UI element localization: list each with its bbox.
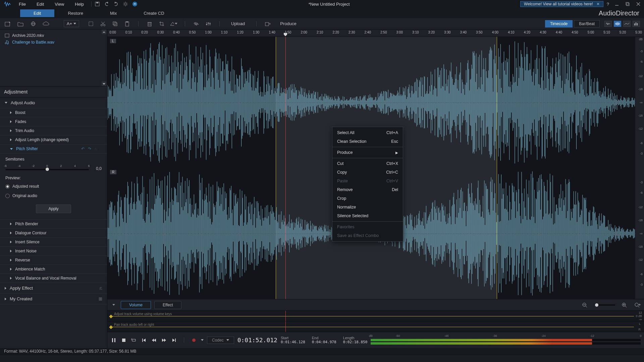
cm-normalize[interactable]: Normalize <box>332 203 403 212</box>
upload-button[interactable]: Upload <box>227 20 249 27</box>
cm-copy[interactable]: CopyCtrl+C <box>332 168 403 177</box>
sub-insert-silence[interactable]: Insert Silence <box>0 238 107 247</box>
file-item-audio[interactable]: Challenge to Battle.wav <box>3 39 104 46</box>
record-button[interactable] <box>191 337 197 343</box>
reset-icon[interactable]: ⎌ <box>100 286 102 291</box>
cm-produce[interactable]: Produce▶ <box>332 148 403 157</box>
select-tool-icon[interactable] <box>87 20 95 27</box>
import-media-icon[interactable] <box>4 20 11 27</box>
lane-menu-icon[interactable] <box>110 301 117 309</box>
codec-dropdown[interactable]: Codec <box>207 337 234 344</box>
my-created-section[interactable]: My Created⊞ <box>0 294 107 304</box>
zoom-in-h-icon[interactable] <box>622 303 628 307</box>
sub-pitch-bender[interactable]: Pitch Bender <box>0 220 107 229</box>
sub-ambience-match[interactable]: Ambience Match <box>0 265 107 274</box>
apply-effect-section[interactable]: Apply Effect⎌ <box>0 283 107 294</box>
add-icon[interactable]: ⊞ <box>99 296 102 301</box>
pause-button[interactable] <box>111 337 117 343</box>
fade-tool-icon[interactable] <box>170 20 177 27</box>
stop-button[interactable] <box>121 337 127 343</box>
view-bars-icon[interactable] <box>633 21 640 27</box>
radio-original-audio[interactable]: Original audio <box>5 192 102 199</box>
pan-key[interactable] <box>109 325 113 329</box>
welcome-close-icon[interactable]: ✕ <box>596 2 600 6</box>
apply-button[interactable]: Apply <box>36 204 71 213</box>
cut-tool-icon[interactable] <box>99 20 107 27</box>
radio-adjusted-result[interactable]: Adjusted result <box>5 183 102 190</box>
record-dropdown[interactable] <box>201 339 204 341</box>
cloud-badge-icon[interactable] <box>132 1 138 7</box>
save-icon[interactable] <box>94 1 100 7</box>
loop-button[interactable] <box>131 337 137 343</box>
view-wave-icon[interactable] <box>604 21 612 27</box>
time-ruler[interactable]: 0:000:100:200:300:400:501:001:101:201:30… <box>107 29 644 37</box>
reset-small-icon[interactable]: ⎌ <box>95 146 97 151</box>
volume-lane[interactable]: Adjust track volume using volume keys 12… <box>107 310 644 321</box>
text-size-dropdown[interactable]: A+ <box>64 20 79 27</box>
file-item-video[interactable]: Archive.2020.mkv <box>3 32 104 39</box>
gain-icon[interactable] <box>205 20 212 27</box>
view-wave-detail-icon[interactable] <box>614 21 621 27</box>
timecode-toggle[interactable]: Timecode <box>545 20 573 27</box>
maximize-icon[interactable] <box>625 1 631 7</box>
semitone-slider[interactable]: -6 -4 -2 0 2 4 6 <box>5 164 89 173</box>
gear-icon[interactable] <box>122 1 128 7</box>
filelist-scroll-up[interactable] <box>102 29 106 34</box>
start-value[interactable]: 0:01:46.128 <box>281 340 305 344</box>
pan-lane[interactable]: Pan track audio left or right LR <box>107 321 644 332</box>
sub-adjust-length[interactable]: Adjust Length (change speed) <box>0 135 107 144</box>
zoom-out-h-icon[interactable] <box>582 303 588 307</box>
normalize-icon[interactable] <box>193 20 200 27</box>
rewind-button[interactable] <box>151 337 157 343</box>
cm-crop[interactable]: Crop <box>332 194 403 203</box>
menu-file[interactable]: File <box>14 1 31 7</box>
sub-fades[interactable]: Fades <box>0 117 107 126</box>
sub-trim-audio[interactable]: Trim Audio <box>0 126 107 135</box>
redo-small-icon[interactable]: ↷ <box>88 146 91 151</box>
cm-remove[interactable]: RemoveDel <box>332 185 403 194</box>
delete-icon[interactable] <box>146 20 153 27</box>
adjust-audio-section[interactable]: Adjust Audio <box>0 98 107 108</box>
cm-select-all[interactable]: Select AllCtrl+A <box>332 128 403 137</box>
paste-tool-icon[interactable] <box>123 20 131 27</box>
sub-pitch-shifter[interactable]: Pitch Shifter ↶ ↷ ⎌ <box>0 144 107 154</box>
cm-cut[interactable]: CutCtrl+X <box>332 159 403 168</box>
sub-vocal-balance[interactable]: Vocal Balance and Vocal Removal <box>0 274 107 283</box>
menu-help[interactable]: Help <box>70 1 89 7</box>
sub-dialogue-contour[interactable]: Dialogue Contour <box>0 229 107 238</box>
sub-insert-noise[interactable]: Insert Noise <box>0 247 107 256</box>
minimize-icon[interactable] <box>614 1 620 7</box>
volume-tab[interactable]: Volume <box>121 301 151 309</box>
view-spectral-icon[interactable] <box>623 21 631 27</box>
menu-edit[interactable]: Edit <box>32 1 49 7</box>
close-icon[interactable] <box>635 1 641 7</box>
produce-export-icon[interactable] <box>264 20 271 27</box>
import-folder-icon[interactable] <box>17 20 24 27</box>
tab-mix[interactable]: Mix <box>97 9 130 17</box>
zoom-slider[interactable] <box>595 304 615 306</box>
crop-tool-icon[interactable] <box>158 20 165 27</box>
forward-button[interactable] <box>161 337 167 343</box>
sub-boost[interactable]: Boost <box>0 108 107 117</box>
skip-start-button[interactable] <box>141 337 147 343</box>
undo-small-icon[interactable]: ↶ <box>81 146 85 151</box>
skip-end-button[interactable] <box>171 337 177 343</box>
copy-tool-icon[interactable] <box>111 20 119 27</box>
sub-reverse[interactable]: Reverse <box>0 256 107 265</box>
redo-icon[interactable] <box>113 1 119 7</box>
barbeat-toggle[interactable]: Bar/Beat <box>574 20 600 27</box>
filelist-scroll-down[interactable] <box>102 81 106 86</box>
welcome-banner[interactable]: Welcome! View all tutorial videos here! … <box>520 1 603 7</box>
download-web-icon[interactable] <box>30 20 37 27</box>
tab-restore[interactable]: Restore <box>54 9 97 17</box>
cm-clean-selection[interactable]: Clean SelectionEsc <box>332 137 403 146</box>
volume-key[interactable] <box>109 314 113 318</box>
end-value[interactable]: 0:04:04.978 <box>312 340 336 344</box>
zoom-fit-icon[interactable] <box>635 303 641 307</box>
undo-icon[interactable] <box>104 1 110 7</box>
help-icon[interactable]: ? <box>607 2 609 7</box>
tab-edit[interactable]: Edit <box>20 9 54 17</box>
tab-create-cd[interactable]: Create CD <box>130 9 177 17</box>
menu-view[interactable]: View <box>50 1 69 7</box>
cm-silence[interactable]: Silence Selected <box>332 212 403 220</box>
